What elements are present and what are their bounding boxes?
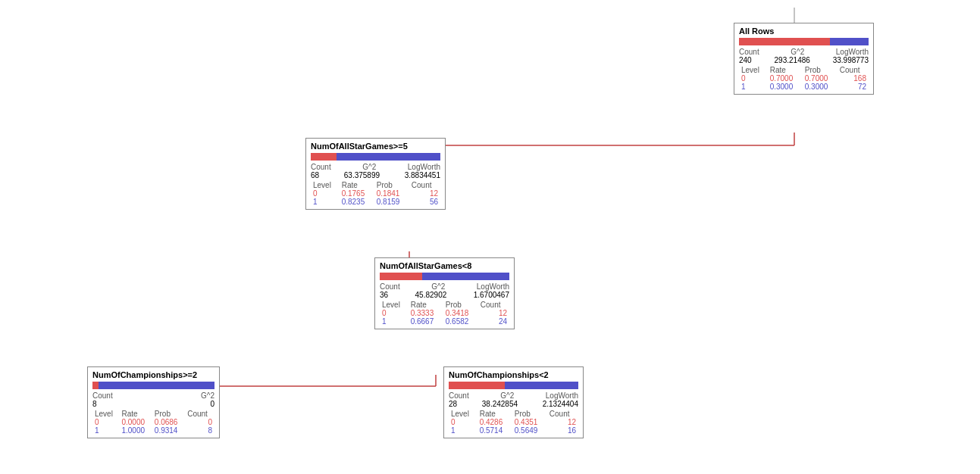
bar-blue [337,153,440,161]
level-table: Level Rate Prob Count 0 0.1765 0.1841 12… [311,181,440,206]
bar-red [449,382,505,389]
node-numchamp2less-title: NumOfChampionships<2 [449,370,578,379]
bar-red [739,38,830,45]
stats-header: Count G^2 LogWorth [311,163,440,171]
node-numchamp2less: NumOfChampionships<2 Count G^2 LogWorth … [443,366,584,438]
node-numchamp2plus: NumOfChampionships>=2 Count G^2 8 0 Leve… [87,366,220,438]
table-row: 1 0.6667 0.6582 24 [380,317,509,326]
bar-blue [422,273,509,280]
stats-values: 68 63.375899 3.8834451 [311,171,440,179]
bar-blue [505,382,578,389]
table-row: 0 0.1765 0.1841 12 [311,189,440,198]
level-table: Level Rate Prob Count 0 0.7000 0.7000 16… [739,66,869,91]
table-row: 0 0.7000 0.7000 168 [739,74,869,83]
level-table: Level Rate Prob Count 0 0.3333 0.3418 12… [380,301,509,326]
table-row: 1 1.0000 0.9314 8 [92,426,214,435]
node-numallstar8-title: NumOfAllStarGames<8 [380,261,509,270]
node-all-rows: All Rows Count G^2 LogWorth 240 293.2148… [734,23,874,95]
tree-container: All Rows Count G^2 LogWorth 240 293.2148… [0,0,980,474]
table-header-row: Level Rate Prob Count [380,301,509,309]
bar-red [311,153,337,161]
node-all-rows-bar [739,38,869,45]
table-row: 0 0.4286 0.4351 12 [449,418,578,426]
stats-values: 240 293.21486 33.998773 [739,56,869,64]
level-table: Level Rate Prob Count 0 0.0000 0.0686 0 … [92,410,214,435]
stats-values: 28 38.242854 2.1324404 [449,400,578,408]
node-numchamp2plus-title: NumOfChampionships>=2 [92,370,214,379]
stats-header: Count G^2 LogWorth [739,48,869,56]
level-table: Level Rate Prob Count 0 0.4286 0.4351 12… [449,410,578,435]
bar-blue [830,38,869,45]
stats-header: Count G^2 LogWorth [449,391,578,400]
node-numchamp2less-bar [449,382,578,389]
bar-blue [99,382,214,389]
table-row: 0 0.3333 0.3418 12 [380,309,509,317]
stats-values: 8 0 [92,400,214,408]
node-all-rows-title: All Rows [739,27,869,36]
node-numallstar5-title: NumOfAllStarGames>=5 [311,142,440,151]
node-numallstar8-bar [380,273,509,280]
node-numchamp2plus-bar [92,382,214,389]
table-row: 1 0.3000 0.3000 72 [739,83,869,91]
table-row: 1 0.8235 0.8159 56 [311,198,440,206]
stats-header: Count G^2 [92,391,214,400]
bar-red [380,273,422,280]
node-numallstar5: NumOfAllStarGames>=5 Count G^2 LogWorth … [305,138,446,210]
stats-header: Count G^2 LogWorth [380,282,509,291]
node-numallstar8: NumOfAllStarGames<8 Count G^2 LogWorth 3… [374,257,515,329]
table-row: 1 0.5714 0.5649 16 [449,426,578,435]
table-header-row: Level Rate Prob Count [92,410,214,418]
stats-values: 36 45.82902 1.6700467 [380,291,509,299]
table-row: 0 0.0000 0.0686 0 [92,418,214,426]
node-numallstar5-bar [311,153,440,161]
table-header-row: Level Rate Prob Count [449,410,578,418]
table-header-row: Level Rate Prob Count [311,181,440,189]
bar-red [92,382,99,389]
table-header-row: Level Rate Prob Count [739,66,869,74]
